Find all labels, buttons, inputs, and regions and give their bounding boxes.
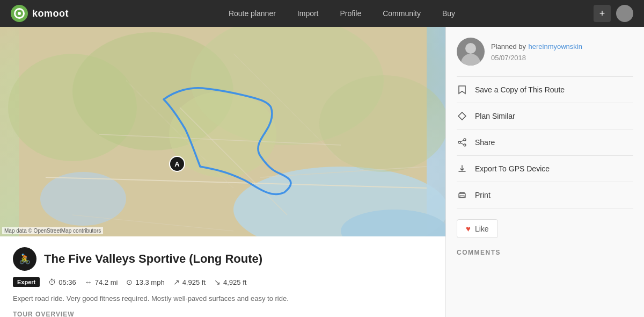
print-icon — [457, 190, 467, 200]
planner-row: Planned by hereinmyownskin 05/07/2018 — [457, 38, 633, 66]
stat-elevation-down: ↘ 4,925 ft — [214, 278, 246, 286]
stat-speed: ⊙ 13.3 mph — [126, 278, 164, 286]
svg-line-20 — [460, 143, 464, 145]
difficulty-badge: Expert — [13, 277, 40, 287]
comments-section: COMMENTS — [457, 249, 633, 256]
svg-point-8 — [169, 91, 276, 177]
action-share[interactable]: Share — [457, 129, 633, 156]
svg-point-17 — [464, 144, 466, 146]
stat-duration: ⏱ 05:36 — [48, 278, 76, 286]
download-icon — [457, 163, 467, 174]
share-label: Share — [475, 138, 495, 147]
planner-link[interactable]: hereinmyownskin — [529, 42, 582, 51]
like-section: ♥ Like — [457, 219, 633, 238]
save-copy-label: Save a Copy of This Route — [475, 85, 565, 94]
stat-distance: ↔ 74.2 mi — [85, 278, 118, 286]
planner-info: Planned by hereinmyownskin 05/07/2018 — [491, 39, 582, 64]
nav-route-planner[interactable]: Route planner — [218, 0, 287, 27]
nav-community[interactable]: Community — [372, 0, 431, 27]
share-icon — [457, 137, 467, 148]
komoot-logo-icon — [11, 5, 28, 22]
action-plan-similar[interactable]: Plan Similar — [457, 103, 633, 129]
plan-similar-label: Plan Similar — [475, 112, 515, 120]
nav-profile[interactable]: Profile — [330, 0, 372, 27]
svg-rect-22 — [460, 196, 464, 197]
tour-overview-label: TOUR OVERVIEW — [13, 311, 433, 318]
map-marker-a: A — [169, 156, 185, 172]
planned-by-row: Planned by hereinmyownskin — [491, 39, 582, 53]
route-stats: Expert ⏱ 05:36 ↔ 74.2 mi ⊙ 13.3 mph ↗ 4,… — [13, 277, 433, 287]
action-save-copy[interactable]: Save a Copy of This Route — [457, 76, 633, 103]
main-layout: A Map data © OpenStreetMap contributors … — [0, 27, 644, 317]
nav-buy[interactable]: Buy — [431, 0, 466, 27]
diamond-icon — [457, 111, 467, 121]
logo-area: komoot — [11, 5, 69, 22]
map-background: A Map data © OpenStreetMap contributors — [0, 27, 445, 236]
nav-import[interactable]: Import — [287, 0, 330, 27]
map-attribution: Map data © OpenStreetMap contributors — [2, 227, 103, 234]
print-label: Print — [475, 191, 491, 199]
action-export-gps[interactable]: Export To GPS Device — [457, 156, 633, 182]
map-container: A Map data © OpenStreetMap contributors — [0, 27, 445, 236]
route-title: The Five Valleys Sportive (Long Route) — [44, 252, 262, 266]
svg-line-19 — [460, 140, 464, 142]
svg-point-18 — [458, 141, 460, 143]
clock-icon: ⏱ — [48, 278, 56, 286]
main-nav: Route planner Import Profile Community B… — [90, 0, 594, 27]
route-title-row: 🚴 The Five Valleys Sportive (Long Route) — [13, 247, 433, 271]
right-sidebar: Planned by hereinmyownskin 05/07/2018 Sa… — [445, 27, 644, 317]
svg-point-7 — [319, 75, 445, 172]
logo-text: komoot — [32, 8, 69, 19]
header: komoot Route planner Import Profile Comm… — [0, 0, 644, 27]
svg-point-3 — [40, 172, 126, 226]
action-list: Save a Copy of This Route Plan Similar — [457, 76, 633, 208]
route-info: 🚴 The Five Valleys Sportive (Long Route)… — [0, 236, 445, 317]
header-actions: + — [594, 5, 633, 22]
planned-by-label: Planned by — [491, 42, 526, 51]
like-button[interactable]: ♥ Like — [457, 219, 498, 238]
heart-icon: ♥ — [466, 224, 471, 233]
export-gps-label: Export To GPS Device — [475, 164, 550, 173]
elevation-down-icon: ↘ — [214, 278, 221, 286]
like-label: Like — [475, 225, 489, 233]
speed-icon: ⊙ — [126, 278, 133, 286]
route-description: Expert road ride. Very good fitness requ… — [13, 293, 433, 304]
user-avatar-button[interactable] — [616, 5, 633, 22]
left-content: A Map data © OpenStreetMap contributors … — [0, 27, 445, 317]
distance-icon: ↔ — [85, 278, 92, 286]
elevation-up-icon: ↗ — [173, 278, 180, 286]
svg-point-16 — [464, 139, 466, 141]
bookmark-icon — [457, 84, 467, 95]
action-print[interactable]: Print — [457, 182, 633, 208]
add-button[interactable]: + — [594, 5, 611, 22]
planner-avatar — [457, 38, 485, 66]
route-type-icon: 🚴 — [13, 247, 36, 271]
comments-label: COMMENTS — [457, 249, 633, 256]
route-map-svg — [0, 27, 445, 236]
stat-elevation-up: ↗ 4,925 ft — [173, 278, 206, 286]
planner-date: 05/07/2018 — [491, 53, 582, 64]
